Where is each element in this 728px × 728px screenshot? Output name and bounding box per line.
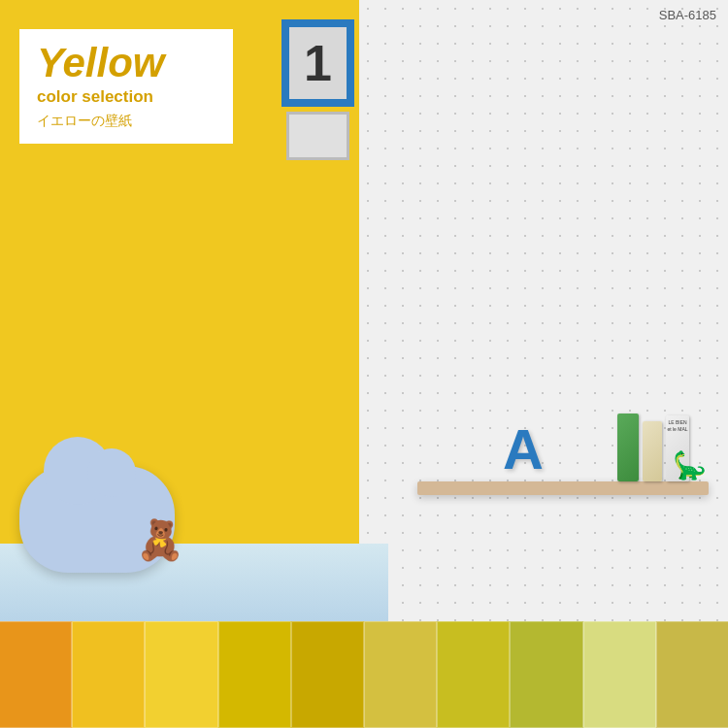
swatch-3[interactable] (145, 621, 217, 728)
title-overlay: Yellow color selection イエローの壁紙 (19, 29, 233, 144)
wall-shelf (417, 481, 709, 495)
swatch-1[interactable] (0, 621, 72, 728)
number-poster: 1 (281, 19, 354, 107)
letter-a-decoration: A (503, 416, 544, 481)
swatch-9[interactable] (583, 621, 656, 728)
subtitle: color selection (37, 87, 215, 107)
book-text-2: et le MAL (667, 426, 687, 433)
swatch-2[interactable] (72, 621, 145, 728)
hero-area: A LE BIEN et le MAL 🦕 Yellow color selec… (0, 0, 728, 621)
swatch-10[interactable] (656, 621, 728, 728)
product-code: SBA-6185 (659, 8, 716, 22)
book-green (617, 414, 639, 481)
swatch-8[interactable] (510, 621, 582, 728)
swatch-5[interactable] (291, 621, 364, 728)
color-swatch-strip (0, 621, 728, 728)
main-title: Yellow (37, 41, 215, 85)
main-container: A LE BIEN et le MAL 🦕 Yellow color selec… (0, 0, 728, 728)
swatch-4[interactable] (218, 621, 291, 728)
swatch-6[interactable] (364, 621, 437, 728)
teddy-bear: 🧸 (136, 517, 184, 563)
white-poster (286, 112, 349, 160)
swatch-7[interactable] (437, 621, 510, 728)
book-beige (643, 421, 662, 481)
right-dotted-wall: A LE BIEN et le MAL 🦕 (359, 0, 728, 621)
poster-number: 1 (304, 38, 332, 88)
dino-figurine: 🦕 (673, 449, 707, 481)
japanese-title: イエローの壁紙 (37, 113, 215, 130)
